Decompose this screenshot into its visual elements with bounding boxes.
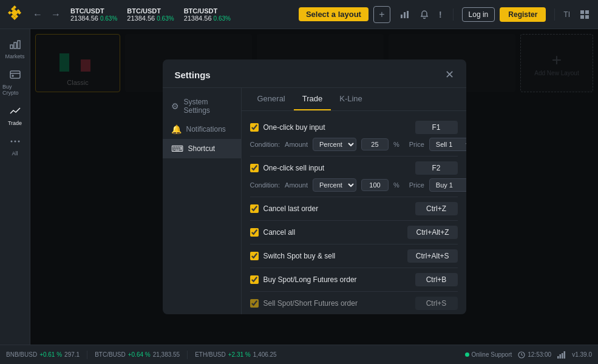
sidebar-label-markets: Markets [5,53,24,59]
settings-modal: Settings ✕ ⚙ System Settings 🔔 Notificat… [163,59,466,314]
svg-point-22 [14,141,16,143]
online-support-item[interactable]: Online Support [465,351,512,358]
sell-price-label: Price [409,181,424,189]
modal-sidebar-notifications[interactable]: 🔔 Notifications [163,120,241,139]
svg-point-20 [12,75,13,76]
ticker-price-3: 21384.56 [184,15,212,22]
status-bnb: BNB/BUSD +0.61 % 297.1 [6,351,80,358]
sidebar-label-buy-crypto: Buy Crypto [2,84,27,96]
modal-tabs: General Trade K-Line [242,88,466,111]
bell-icon-btn[interactable] [417,7,432,22]
one-click-sell-header: One-click sell input F2 [250,161,458,175]
nav-arrows: ← → [30,8,63,21]
buy-spot-long-checkbox[interactable] [250,275,259,284]
signal-icon [557,351,566,359]
sell-short-left: Sell Spot/Short Futures order [250,299,415,308]
svg-rect-18 [18,41,20,49]
cancel-last-key: Ctrl+Z [415,202,458,215]
switch-spot-checkbox[interactable] [250,252,259,260]
one-click-buy-label: One-click buy input [263,123,325,132]
grid-icon-btn[interactable] [577,7,592,22]
all-icon [10,136,21,149]
cancel-last-left: Cancel last order [250,204,415,213]
buy-percent-select[interactable]: Percent [313,138,356,151]
eth-price: 1,406.25 [253,351,277,358]
status-divider-2 [187,351,188,359]
ticker-item-btcusdt-1[interactable]: BTC/USDT 21384.56 0.63% [70,7,117,22]
back-button[interactable]: ← [30,8,45,21]
cancel-last-checkbox[interactable] [250,204,259,213]
cancel-all-checkbox[interactable] [250,228,259,237]
buy-spot-long-key: Ctrl+B [415,273,458,286]
cancel-all-left: Cancel all [250,228,408,237]
one-click-sell-label: One-click sell input [263,164,325,172]
one-click-buy-key: F1 [415,121,458,134]
status-eth: ETH/BUSD +2.31 % 1,406.25 [195,351,276,358]
notifications-icon: 🔔 [171,124,182,134]
modal-sidebar-shortcut[interactable]: ⌨ Shortcut [163,139,241,158]
tab-kline[interactable]: K-Line [331,88,371,110]
btc-symbol: BTC/BUSD [95,351,126,358]
modal-sidebar: ⚙ System Settings 🔔 Notifications ⌨ Shor… [163,88,242,314]
sidebar-item-all[interactable]: All [0,132,30,160]
svg-point-21 [10,141,12,143]
svg-rect-15 [585,15,589,19]
bnb-change: +0.61 % [39,351,62,358]
sidebar-item-trade[interactable]: Trade [0,102,30,130]
ticker-change-2: 0.63% [157,15,174,22]
exclamation-icon-btn[interactable]: ! [437,7,444,22]
cancel-all-key: Ctrl+Alt+Z [407,226,457,239]
nav-divider [453,8,454,21]
shortcut-row-sell-short: Sell Spot/Short Futures order Ctrl+S [250,292,458,314]
modal-close-button[interactable]: ✕ [445,68,454,81]
ticker-change-3: 0.63% [214,15,231,22]
shortcut-row-buy: One-click buy input F1 Condition: Amount… [250,116,458,157]
ticker-symbol-3: BTC/USDT [184,7,231,15]
svg-rect-13 [585,10,589,14]
signal-item [557,351,566,359]
sell-short-label: Sell Spot/Short Futures order [263,299,358,308]
status-divider-1 [87,351,87,359]
shortcut-row-cancel-all: Cancel all Ctrl+Alt+Z [250,221,458,244]
buy-price-select[interactable]: Sell 1 [429,138,466,151]
sell-percent-select[interactable]: Percent [313,178,356,192]
cancel-all-label: Cancel all [263,228,296,237]
modal-sidebar-system[interactable]: ⚙ System Settings [163,93,241,120]
modal-title: Settings [175,70,211,80]
login-button[interactable]: Log in [462,7,495,22]
svg-rect-12 [580,10,584,14]
bnb-symbol: BNB/BUSD [6,351,37,358]
online-dot [465,352,469,357]
one-click-buy-checkbox[interactable] [250,123,259,132]
sell-short-checkbox[interactable] [250,299,259,308]
buy-spot-long-label: Buy Spot/Long Futures order [263,275,357,284]
buy-value-input[interactable] [361,138,389,150]
condition-label-sell: Condition: [250,181,280,189]
time-item: 12:53:00 [518,351,551,359]
ti-label: TI [563,10,570,19]
add-layout-button[interactable]: + [373,6,390,23]
register-button[interactable]: Register [500,7,546,22]
clock-icon [518,351,525,359]
forward-button[interactable]: → [49,8,63,21]
modal-sidebar-notifications-label: Notifications [186,125,226,133]
content-area: Classic + Add New Layout Spot buy & sell… [30,29,598,345]
chart-icon-btn[interactable] [398,7,412,22]
one-click-sell-checkbox[interactable] [250,164,259,172]
modal-sidebar-system-label: System Settings [184,98,233,115]
sell-value-input[interactable] [361,179,389,191]
sell-price-select[interactable]: Buy 1 [429,178,466,192]
tab-general[interactable]: General [249,88,294,110]
modal-header: Settings ✕ [163,59,466,88]
ticker-item-btcusdt-2[interactable]: BTC/USDT 21384.56 0.63% [127,7,174,22]
sidebar-item-markets[interactable]: Markets [0,35,30,63]
layout-label[interactable]: Select a layout [299,7,369,21]
ticker-item-btcusdt-3[interactable]: BTC/USDT 21384.56 0.63% [184,7,231,22]
sidebar-item-buy-crypto[interactable]: Buy Crypto [0,66,30,99]
svg-rect-26 [560,354,562,359]
svg-rect-27 [562,353,563,359]
sidebar: Markets Buy Crypto Trade All [0,29,30,345]
buy-spot-long-left: Buy Spot/Long Futures order [250,275,415,284]
tab-trade[interactable]: Trade [294,88,331,110]
shortcut-icon: ⌨ [171,144,183,153]
